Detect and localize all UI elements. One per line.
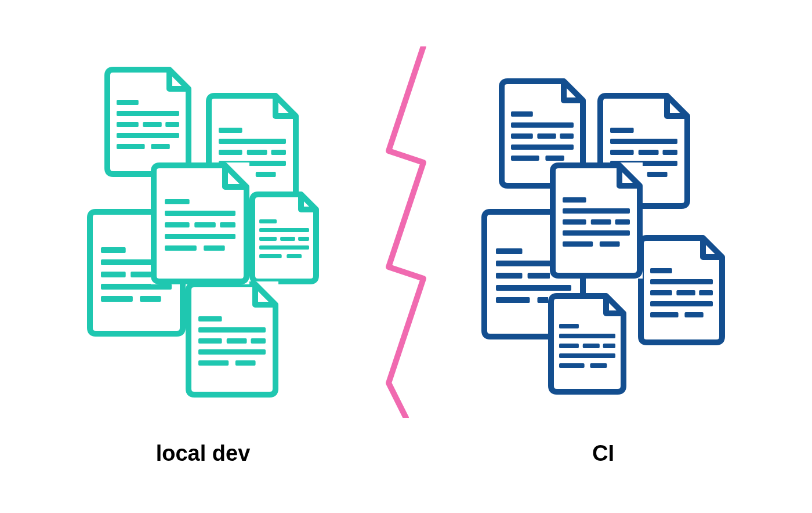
- svg-rect-22: [165, 245, 197, 251]
- svg-rect-72: [496, 248, 523, 254]
- svg-rect-71: [600, 241, 620, 247]
- svg-rect-60: [662, 150, 677, 155]
- svg-rect-10: [219, 150, 242, 155]
- svg-rect-21: [165, 234, 235, 239]
- svg-rect-17: [165, 211, 235, 216]
- svg-rect-77: [496, 285, 571, 291]
- svg-rect-95: [590, 363, 607, 368]
- svg-rect-16: [165, 199, 190, 204]
- svg-rect-38: [259, 254, 282, 258]
- svg-rect-24: [101, 247, 126, 253]
- svg-rect-49: [511, 122, 574, 128]
- svg-rect-29: [101, 284, 172, 290]
- svg-rect-34: [259, 237, 277, 241]
- svg-rect-67: [591, 219, 611, 225]
- svg-rect-45: [198, 349, 266, 355]
- ci-cluster: [481, 61, 725, 409]
- svg-rect-26: [101, 272, 126, 277]
- svg-rect-46: [198, 360, 229, 366]
- svg-rect-8: [219, 128, 242, 133]
- svg-rect-4: [165, 122, 179, 127]
- local-dev-document-icon: [249, 192, 319, 284]
- svg-rect-63: [647, 172, 668, 177]
- svg-rect-7: [151, 144, 169, 149]
- svg-rect-78: [496, 297, 530, 303]
- svg-rect-41: [198, 327, 266, 333]
- svg-rect-27: [130, 272, 152, 277]
- svg-rect-93: [559, 353, 615, 358]
- svg-rect-64: [563, 197, 586, 203]
- svg-rect-9: [219, 139, 286, 144]
- svg-rect-1: [117, 111, 179, 116]
- svg-rect-35: [280, 237, 295, 241]
- svg-rect-55: [545, 156, 564, 161]
- svg-rect-59: [639, 150, 659, 155]
- svg-rect-30: [101, 296, 133, 302]
- svg-rect-54: [511, 156, 539, 161]
- local-dev-document-icon: [151, 162, 249, 284]
- svg-rect-36: [298, 237, 309, 241]
- svg-rect-12: [271, 150, 286, 155]
- svg-rect-68: [615, 219, 630, 225]
- svg-rect-88: [559, 324, 579, 328]
- local-dev-cluster: [87, 61, 331, 409]
- svg-rect-92: [603, 344, 615, 348]
- svg-rect-33: [259, 228, 309, 232]
- svg-rect-39: [287, 254, 302, 258]
- svg-rect-2: [117, 122, 139, 127]
- svg-rect-66: [563, 219, 586, 225]
- svg-rect-5: [117, 133, 179, 138]
- svg-rect-51: [537, 133, 556, 139]
- svg-rect-86: [650, 312, 679, 317]
- svg-rect-19: [194, 222, 216, 227]
- local-dev-document-icon: [186, 281, 278, 398]
- svg-rect-69: [563, 230, 630, 236]
- svg-rect-80: [650, 268, 672, 273]
- ci-document-icon: [548, 293, 626, 395]
- svg-rect-53: [511, 144, 574, 150]
- svg-rect-90: [559, 344, 579, 348]
- svg-rect-84: [699, 290, 713, 295]
- svg-rect-15: [256, 172, 276, 177]
- svg-rect-94: [559, 363, 585, 368]
- svg-rect-83: [676, 290, 695, 295]
- svg-rect-89: [559, 334, 615, 338]
- svg-rect-0: [117, 100, 139, 105]
- local-dev-label: local dev: [87, 441, 319, 466]
- svg-rect-70: [563, 241, 593, 247]
- svg-rect-57: [610, 139, 677, 144]
- svg-rect-40: [198, 316, 222, 321]
- ci-document-icon: [638, 235, 725, 345]
- svg-rect-18: [165, 222, 190, 227]
- lightning-bolt-icon: [371, 46, 441, 418]
- svg-rect-58: [610, 150, 634, 155]
- svg-rect-32: [259, 219, 277, 223]
- svg-rect-91: [583, 344, 600, 348]
- svg-rect-74: [496, 273, 523, 279]
- svg-rect-37: [259, 245, 309, 250]
- ci-document-icon: [550, 162, 643, 279]
- svg-rect-87: [684, 312, 703, 317]
- svg-rect-48: [511, 111, 533, 117]
- svg-rect-20: [220, 222, 235, 227]
- svg-rect-47: [235, 360, 256, 366]
- svg-rect-82: [650, 290, 672, 295]
- svg-rect-6: [117, 144, 145, 149]
- svg-rect-42: [198, 338, 222, 344]
- svg-rect-3: [143, 122, 161, 127]
- svg-rect-23: [204, 245, 225, 251]
- svg-rect-52: [560, 133, 574, 139]
- diagram-canvas: local dev CI: [0, 0, 812, 513]
- local-dev-document-icon: [104, 67, 191, 177]
- svg-rect-43: [227, 338, 247, 344]
- svg-rect-75: [528, 273, 550, 279]
- svg-rect-44: [251, 338, 266, 344]
- svg-rect-31: [140, 296, 161, 302]
- ci-label: CI: [487, 441, 719, 466]
- svg-rect-11: [247, 150, 267, 155]
- svg-rect-81: [650, 279, 713, 284]
- svg-rect-85: [650, 301, 713, 306]
- svg-rect-50: [511, 133, 533, 139]
- svg-rect-65: [563, 208, 630, 214]
- svg-rect-56: [610, 128, 634, 133]
